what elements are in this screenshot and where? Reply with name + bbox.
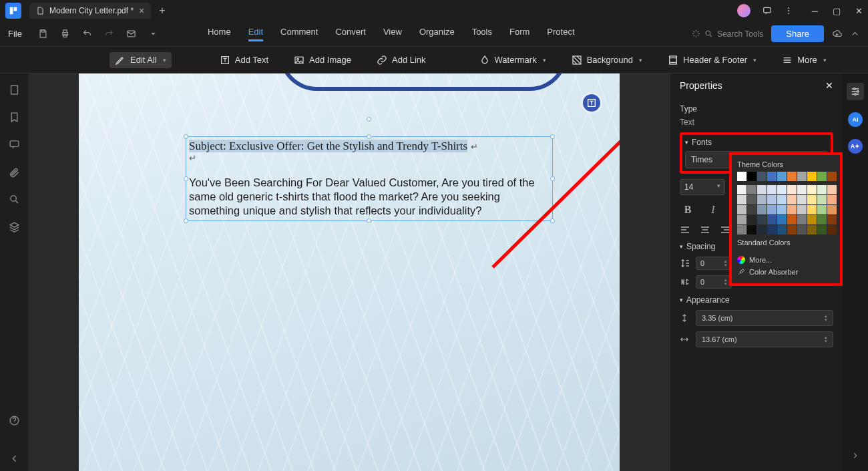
spacing-label[interactable]: Spacing — [686, 242, 715, 251]
nav-organize[interactable]: Organize — [419, 27, 455, 41]
redo-icon[interactable] — [104, 29, 114, 39]
thumbnails-icon[interactable] — [9, 84, 20, 96]
search-tools[interactable]: Search Tools — [692, 29, 763, 39]
color-swatch[interactable] — [787, 195, 797, 204]
text-body[interactable]: You've Been Searching For Dear Valued Cu… — [189, 176, 550, 218]
header-footer-button[interactable]: Header & Footer▾ — [662, 52, 762, 68]
color-swatch[interactable] — [797, 195, 807, 204]
align-center-icon[interactable] — [700, 224, 710, 235]
color-swatch[interactable] — [777, 205, 787, 214]
nav-form[interactable]: Form — [509, 27, 529, 41]
color-swatch[interactable] — [787, 225, 797, 234]
nav-protect[interactable]: Protect — [547, 27, 574, 41]
color-picker-popup[interactable]: Theme Colors Standard Colors More... Col… — [729, 152, 843, 286]
color-swatch[interactable] — [827, 185, 837, 194]
color-swatch[interactable] — [787, 172, 797, 181]
char-spacing-input[interactable]: 0▴▾ — [696, 275, 732, 289]
panel-close-icon[interactable]: ✕ — [825, 80, 833, 91]
window-close-icon[interactable]: ✕ — [855, 6, 863, 16]
nav-edit[interactable]: Edit — [248, 27, 263, 41]
comment-icon[interactable] — [9, 139, 20, 150]
color-swatch[interactable] — [817, 195, 827, 204]
color-swatch[interactable] — [797, 172, 807, 181]
color-swatch[interactable] — [777, 225, 787, 234]
color-swatch[interactable] — [747, 185, 756, 194]
color-swatch[interactable] — [737, 215, 746, 224]
file-menu[interactable]: File — [8, 29, 22, 39]
background-button[interactable]: Background▾ — [566, 52, 648, 68]
color-swatch[interactable] — [767, 172, 777, 181]
color-swatch[interactable] — [817, 172, 827, 181]
theme-color-row[interactable] — [737, 172, 835, 181]
color-swatch[interactable] — [807, 225, 817, 234]
color-swatch[interactable] — [827, 205, 837, 214]
appearance-label[interactable]: Appearance — [686, 295, 730, 305]
collapse-icon[interactable] — [850, 29, 860, 39]
color-swatch[interactable] — [827, 195, 837, 204]
color-swatch[interactable] — [787, 215, 797, 224]
color-swatch[interactable] — [767, 195, 777, 204]
align-left-icon[interactable] — [680, 224, 690, 235]
mail-icon[interactable] — [126, 29, 136, 39]
color-swatch[interactable] — [807, 205, 817, 214]
color-swatch[interactable] — [807, 195, 817, 204]
height-input[interactable]: 3.35 (cm)▴▾ — [696, 310, 833, 326]
color-swatch[interactable] — [777, 195, 787, 204]
nav-home[interactable]: Home — [208, 27, 231, 41]
cloud-upload-icon[interactable] — [832, 29, 842, 39]
chevron-left-icon[interactable] — [9, 453, 20, 464]
color-swatch[interactable] — [797, 205, 807, 214]
kebab-menu-icon[interactable] — [784, 6, 793, 15]
font-size-select[interactable]: 14▾ — [680, 179, 725, 195]
color-swatch[interactable] — [737, 205, 746, 214]
layers-icon[interactable] — [9, 221, 20, 232]
color-swatch[interactable] — [767, 215, 777, 224]
color-swatch[interactable] — [757, 205, 767, 214]
color-swatch[interactable] — [767, 185, 777, 194]
edit-all-button[interactable]: Edit All▾ — [110, 52, 172, 68]
print-icon[interactable] — [60, 29, 70, 39]
nav-convert[interactable]: Convert — [335, 27, 366, 41]
color-swatch[interactable] — [737, 195, 746, 204]
color-swatch[interactable] — [817, 205, 827, 214]
bold-icon[interactable]: B — [680, 202, 696, 218]
color-swatch[interactable] — [817, 185, 827, 194]
watermark-button[interactable]: Watermark▾ — [474, 52, 552, 68]
selected-text-box[interactable]: Subject: Exclusive Offer: Get the Stylis… — [186, 136, 553, 221]
chat-icon[interactable] — [763, 6, 772, 15]
new-tab-button[interactable]: + — [159, 5, 165, 17]
italic-icon[interactable]: I — [705, 202, 721, 218]
color-swatch[interactable] — [757, 185, 767, 194]
nav-tools[interactable]: Tools — [472, 27, 492, 41]
color-swatch[interactable] — [757, 172, 767, 181]
user-avatar[interactable] — [737, 4, 750, 17]
ai-badge-icon[interactable]: AI — [848, 112, 863, 127]
add-image-button[interactable]: Add Image — [288, 52, 357, 68]
search-panel-icon[interactable] — [9, 194, 20, 205]
color-swatch[interactable] — [797, 225, 807, 234]
theme-shades-grid[interactable] — [737, 185, 835, 234]
color-swatch[interactable] — [747, 172, 756, 181]
more-colors-button[interactable]: More... — [737, 254, 835, 266]
chevron-right-icon[interactable] — [851, 451, 860, 460]
color-swatch[interactable] — [827, 215, 837, 224]
color-swatch[interactable] — [797, 185, 807, 194]
color-swatch[interactable] — [807, 215, 817, 224]
nav-view[interactable]: View — [383, 27, 402, 41]
color-swatch[interactable] — [777, 185, 787, 194]
dropdown-icon[interactable] — [148, 29, 158, 39]
attachment-icon[interactable] — [9, 166, 20, 178]
color-swatch[interactable] — [827, 172, 837, 181]
color-swatch[interactable] — [747, 225, 756, 234]
color-swatch[interactable] — [757, 215, 767, 224]
color-absorber-button[interactable]: Color Absorber — [737, 266, 835, 278]
document-tab[interactable]: Modern City Letter.pdf * × — [29, 3, 151, 19]
color-swatch[interactable] — [747, 195, 756, 204]
color-swatch[interactable] — [767, 225, 777, 234]
color-swatch[interactable] — [787, 185, 797, 194]
color-swatch[interactable] — [817, 215, 827, 224]
more-button[interactable]: More▾ — [777, 52, 832, 68]
text-subject-line[interactable]: Subject: Exclusive Offer: Get the Stylis… — [189, 140, 467, 152]
color-swatch[interactable] — [757, 195, 767, 204]
undo-icon[interactable] — [82, 29, 92, 39]
